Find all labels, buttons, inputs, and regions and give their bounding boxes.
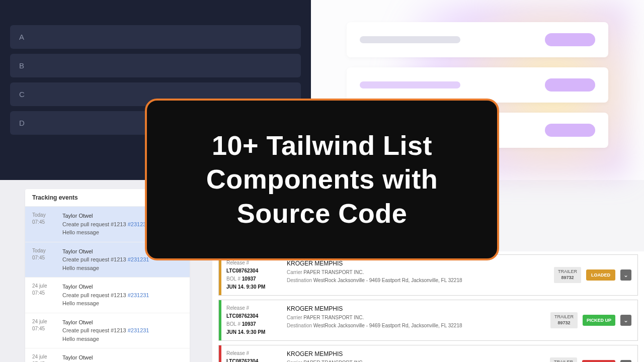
shipping-meta: Release # LTC08762304BOL # 10937JUN 14. … (221, 300, 282, 340)
shipping-details: KROGER MEMPHISCarrier PAPER TRANSPORT IN… (282, 255, 548, 295)
tracking-body: Taylor OtwelCreate pull request #1213 #2… (62, 353, 183, 362)
chevron-down-icon: ⌄ (623, 272, 628, 279)
skeleton-pill-placeholder (545, 78, 595, 92)
skeleton-card[interactable] (347, 22, 608, 57)
tracking-date: Today07:45 (32, 247, 62, 273)
chevron-down-icon: ⌄ (623, 317, 628, 324)
status-badge: PICKED UP (583, 315, 615, 326)
tracking-body: Taylor OtwelCreate pull request #1213 #2… (62, 283, 183, 308)
skeleton-text-placeholder (360, 36, 460, 43)
skeleton-card[interactable] (347, 67, 608, 103)
status-badge: CANCELED (582, 360, 615, 362)
shipping-details: KROGER MEMPHISCarrier PAPER TRANSPORT IN… (282, 345, 544, 362)
tracking-item[interactable]: 24 jule07:45Taylor OtwelCreate pull requ… (25, 313, 190, 349)
tracking-link[interactable]: #231231 (128, 256, 149, 262)
title-card: 10+ Tailwind List Components with Source… (145, 99, 499, 260)
shipping-row[interactable]: Release # LTC08762304BOL # 10937JUN 14. … (218, 254, 638, 296)
skeleton-text-placeholder (360, 81, 460, 88)
tracking-body: Taylor OtwelCreate pull request #1213 #2… (62, 318, 183, 343)
shipping-row[interactable]: Release # LTC08762304BOL # 10937JUN 14. … (218, 300, 638, 341)
shipping-meta: Release # LTC08762304BOL # 10937JUN 14. … (221, 255, 282, 295)
trailer-badge: TRAILER89732 (554, 267, 581, 283)
tracking-date: 24 jule07:45 (32, 353, 62, 362)
tracking-date: 24 jule07:45 (32, 318, 62, 343)
alpha-item-b[interactable]: B (10, 54, 301, 77)
expand-button[interactable]: ⌄ (620, 315, 631, 326)
expand-button[interactable]: ⌄ (620, 269, 631, 281)
skeleton-pill-placeholder (545, 33, 595, 46)
status-badge: LOADED (586, 269, 615, 281)
shipping-meta: Release # LTC08762304BOL # 10937JUN 14. … (221, 345, 282, 362)
expand-button[interactable]: ⌄ (620, 360, 631, 362)
tracking-date: 24 jule07:45 (32, 283, 62, 308)
title-text: 10+ Tailwind List Components with Source… (177, 129, 467, 231)
skeleton-pill-placeholder (545, 124, 595, 137)
tracking-date: Today07:45 (32, 212, 62, 237)
trailer-badge: TRAILER89732 (550, 357, 577, 362)
shipping-details: KROGER MEMPHISCarrier PAPER TRANSPORT IN… (282, 300, 544, 340)
shipping-row[interactable]: Release # LTC08762304BOL # 10937JUN 14. … (218, 345, 638, 362)
tracking-link[interactable]: #231231 (128, 292, 149, 298)
shipping-list-panel: Release # LTC08762304BOL # 10937JUN 14. … (212, 251, 644, 362)
tracking-item[interactable]: 24 jule07:45Taylor OtwelCreate pull requ… (25, 278, 190, 313)
tracking-link[interactable]: #231231 (128, 327, 149, 333)
trailer-badge: TRAILER89732 (550, 312, 578, 328)
alpha-item-a[interactable]: A (10, 25, 301, 49)
tracking-item[interactable]: 24 jule07:45Taylor OtwelCreate pull requ… (25, 348, 190, 362)
